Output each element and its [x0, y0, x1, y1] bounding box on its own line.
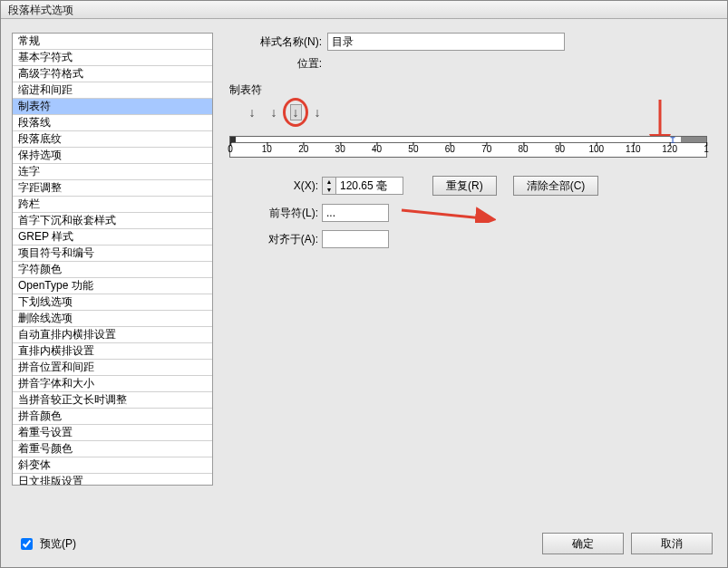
list-item[interactable]: 制表符 [13, 99, 212, 115]
tab-left-icon[interactable]: ↓ [246, 105, 258, 120]
list-item[interactable]: 首字下沉和嵌套样式 [13, 213, 212, 229]
list-item[interactable]: 拼音字体和大小 [13, 376, 212, 392]
preview-label: 预览(P) [40, 536, 76, 552]
list-item[interactable]: 常规 [13, 34, 212, 50]
preview-checkbox[interactable] [21, 538, 33, 550]
ruler-tick: 40 [372, 144, 382, 154]
list-item[interactable]: 连字 [13, 164, 212, 180]
ok-button[interactable]: 确定 [542, 533, 624, 554]
footer: 预览(P) 确定 取消 [1, 524, 727, 567]
x-spinner[interactable]: ▲ ▼ [322, 177, 403, 195]
list-item[interactable]: 日文排版设置 [13, 474, 212, 486]
category-listbox[interactable]: 常规基本字符式高级字符格式缩进和间距制表符段落线段落底纹保持选项连字字距调整跨栏… [12, 33, 213, 486]
list-item[interactable]: 自动直排内横排设置 [13, 327, 212, 343]
sidebar: 常规基本字符式高级字符格式缩进和间距制表符段落线段落底纹保持选项连字字距调整跨栏… [12, 33, 213, 524]
x-input[interactable] [336, 177, 403, 195]
list-item[interactable]: GREP 样式 [13, 229, 212, 245]
leader-input[interactable] [322, 204, 389, 222]
section-title: 制表符 [229, 82, 707, 98]
list-item[interactable]: 字符颜色 [13, 262, 212, 278]
list-item[interactable]: 拼音位置和间距 [13, 360, 212, 376]
ruler-tick: 0 [228, 144, 233, 154]
dialog-window: 段落样式选项 常规基本字符式高级字符格式缩进和间距制表符段落线段落底纹保持选项连… [0, 0, 728, 568]
ruler-tick: 80 [519, 144, 529, 154]
clear-all-button[interactable]: 清除全部(C) [513, 176, 599, 196]
list-item[interactable]: 斜变体 [13, 457, 212, 474]
tab-decimal-icon[interactable]: ↓ [311, 105, 324, 120]
location-label: 位置: [229, 56, 327, 72]
x-label: X(X): [229, 179, 318, 192]
list-item[interactable]: 着重号设置 [13, 425, 212, 441]
list-item[interactable]: 段落底纹 [13, 131, 212, 148]
main-panel: 样式名称(N): 位置: 制表符 ↓ ↓ ↓ ↓ [229, 33, 716, 524]
list-item[interactable]: 当拼音较正文长时调整 [13, 392, 212, 409]
ruler-tick: 100 [589, 144, 605, 154]
ruler-tick: 70 [481, 144, 491, 154]
tab-right-icon[interactable]: ↓ [289, 105, 302, 120]
list-item[interactable]: 基本字符式 [13, 50, 212, 66]
list-item[interactable]: 高级字符格式 [13, 66, 212, 82]
list-item[interactable]: 缩进和间距 [13, 82, 212, 99]
list-item[interactable]: OpenType 功能 [13, 278, 212, 294]
list-item[interactable]: 拼音颜色 [13, 409, 212, 425]
align-label: 对齐于(A): [229, 232, 318, 247]
leader-label: 前导符(L): [229, 206, 318, 221]
list-item[interactable]: 段落线 [13, 115, 212, 131]
list-item[interactable]: 着重号颜色 [13, 441, 212, 457]
ruler-scale: 01020304050607080901001101201 [229, 143, 707, 158]
ruler-tick: 20 [298, 144, 308, 154]
list-item[interactable]: 下划线选项 [13, 294, 212, 311]
x-spin-down[interactable]: ▼ [323, 186, 335, 194]
ruler-tick: 60 [445, 144, 455, 154]
style-name-input[interactable] [327, 33, 565, 51]
ruler-tick: 50 [408, 144, 418, 154]
ruler-tick: 1 [704, 144, 709, 154]
list-item[interactable]: 保持选项 [13, 148, 212, 164]
x-spin-up[interactable]: ▲ [323, 178, 335, 186]
list-item[interactable]: 字距调整 [13, 180, 212, 197]
titlebar: 段落样式选项 [1, 1, 727, 19]
annotation-arrow-left [396, 203, 496, 223]
ruler-tick: 10 [262, 144, 272, 154]
repeat-button[interactable]: 重复(R) [432, 176, 497, 196]
ruler-tick: 30 [335, 144, 345, 154]
tab-alignment-icons: ↓ ↓ ↓ ↓ [246, 105, 707, 120]
list-item[interactable]: 删除线选项 [13, 311, 212, 327]
style-name-label: 样式名称(N): [229, 34, 327, 50]
ruler-tick: 90 [555, 144, 565, 154]
ruler-tick: 120 [662, 144, 677, 154]
ruler-track[interactable]: ↧ [229, 136, 707, 143]
tab-center-icon[interactable]: ↓ [267, 105, 280, 120]
window-title: 段落样式选项 [8, 4, 73, 16]
ruler[interactable]: ↧ 01020304050607080901001101201 [229, 136, 707, 158]
cancel-button[interactable]: 取消 [631, 533, 713, 554]
ruler-tick: 110 [626, 144, 641, 154]
svg-line-1 [402, 210, 491, 219]
content-area: 常规基本字符式高级字符格式缩进和间距制表符段落线段落底纹保持选项连字字距调整跨栏… [1, 19, 727, 524]
list-item[interactable]: 跨栏 [13, 197, 212, 213]
align-input[interactable] [322, 230, 389, 248]
list-item[interactable]: 项目符号和编号 [13, 245, 212, 262]
list-item[interactable]: 直排内横排设置 [13, 343, 212, 360]
